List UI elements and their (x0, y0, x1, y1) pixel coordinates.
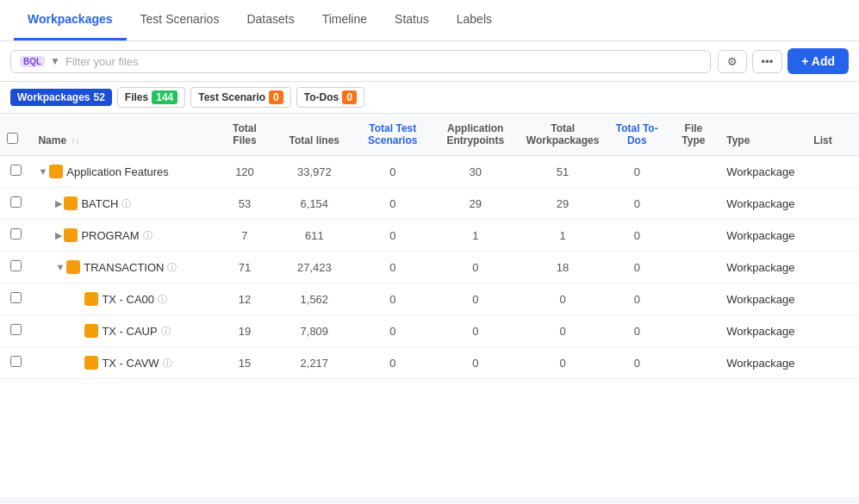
row-file-type (668, 347, 720, 379)
row-checkbox[interactable] (10, 196, 22, 208)
tab-datasets[interactable]: Datasets (233, 0, 308, 40)
add-button[interactable]: + Add (787, 48, 849, 74)
tab-status[interactable]: Status (381, 0, 443, 40)
tab-test-scenarios[interactable]: Test Scenarios (127, 0, 233, 40)
row-type-icon (64, 196, 78, 210)
col-header-checkbox[interactable] (0, 114, 31, 156)
row-total-wp: 29 (519, 188, 607, 220)
row-type-icon (49, 165, 63, 178)
col-header-list[interactable]: List (806, 114, 859, 156)
row-checkbox[interactable] (10, 165, 22, 176)
row-test-scenarios: 0 (353, 156, 432, 188)
tag-files[interactable]: Files 144 (117, 87, 185, 108)
row-name: BATCH (81, 197, 118, 210)
info-icon[interactable]: ⓘ (167, 261, 177, 274)
row-total-todos: 0 (607, 156, 668, 188)
row-app-entrypoints: 29 (432, 188, 519, 220)
tag-test-scenario[interactable]: Test Scenario 0 (190, 87, 291, 108)
row-type-icon (84, 292, 98, 306)
tab-labels[interactable]: Labels (443, 0, 506, 40)
col-header-type[interactable]: Type (719, 114, 806, 156)
col-header-name[interactable]: Name ↑↓ (31, 114, 214, 156)
row-total-lines: 27,423 (275, 252, 353, 283)
filter-input-area[interactable]: BQL ▼ Filter your files (10, 50, 711, 73)
tab-workpackages[interactable]: Workpackages (14, 0, 127, 40)
tag-workpackages[interactable]: Workpackages 52 (10, 89, 112, 106)
row-test-scenarios: 0 (353, 188, 432, 220)
row-total-files: 15 (215, 347, 276, 379)
col-header-total-todos[interactable]: Total To-Dos (607, 114, 668, 156)
row-checkbox[interactable] (10, 324, 22, 335)
row-checkbox[interactable] (10, 228, 22, 240)
col-header-app-entrypoints[interactable]: Application Entrypoints (432, 114, 519, 156)
row-type-icon (84, 356, 98, 370)
row-total-wp: 1 (519, 220, 607, 252)
top-tab-bar: Workpackages Test Scenarios Datasets Tim… (0, 0, 859, 41)
expand-icon[interactable]: ▶ (55, 230, 62, 241)
row-total-todos: 0 (607, 188, 668, 220)
row-type: Workpackage (719, 252, 806, 283)
tab-timeline[interactable]: Timeline (308, 0, 381, 40)
row-total-todos: 0 (607, 220, 668, 252)
table-container: Name ↑↓ Total Files Total lines Total Te… (0, 114, 859, 497)
expand-icon[interactable]: ▶ (55, 198, 62, 209)
row-name: TX - CA00 (102, 293, 154, 306)
row-checkbox-cell (0, 220, 31, 252)
info-icon[interactable]: ⓘ (161, 325, 171, 338)
tag-wp-label: Workpackages (17, 91, 90, 103)
info-icon[interactable]: ⓘ (143, 229, 153, 242)
filter-placeholder-text: Filter your files (65, 55, 139, 68)
row-type: Workpackage (719, 156, 806, 188)
row-total-todos: 0 (607, 252, 668, 283)
row-name-cell: ▶ BATCH ⓘ (31, 188, 214, 220)
tag-ts-label: Test Scenario (198, 91, 265, 103)
row-total-lines: 33,972 (275, 156, 353, 188)
row-list (806, 283, 859, 315)
row-type-icon (64, 228, 78, 242)
row-total-lines: 611 (275, 220, 353, 252)
row-checkbox[interactable] (10, 356, 22, 367)
row-name-cell: TX - CAVW ⓘ (31, 347, 214, 379)
table-row: TX - CAVW ⓘ 15 2,217 0 0 0 0 Workpackage (0, 347, 859, 379)
col-header-total-lines[interactable]: Total lines (275, 114, 353, 156)
row-app-entrypoints: 0 (432, 347, 519, 379)
expand-icon[interactable]: ▼ (38, 166, 47, 177)
tag-todos[interactable]: To-Dos 0 (296, 87, 364, 108)
row-type-icon (66, 260, 80, 274)
col-header-test-scenarios[interactable]: Total Test Scenarios (353, 114, 432, 156)
toolbar-icons: ⚙ ••• + Add (718, 48, 849, 74)
row-total-wp: 0 (519, 283, 607, 315)
row-checkbox-cell (0, 315, 31, 347)
row-file-type (668, 252, 720, 283)
row-app-entrypoints: 0 (432, 252, 519, 283)
settings-icon-button[interactable]: ⚙ (718, 50, 747, 73)
col-header-file-type[interactable]: File Type (668, 114, 720, 156)
tag-files-label: Files (125, 91, 148, 103)
row-checkbox[interactable] (10, 292, 22, 303)
row-total-todos: 0 (607, 347, 668, 379)
expand-icon[interactable]: ▼ (55, 262, 65, 272)
row-type: Workpackage (719, 220, 806, 252)
row-checkbox-cell (0, 252, 31, 283)
row-total-lines: 1,562 (275, 283, 353, 315)
tag-todos-label: To-Dos (304, 91, 339, 103)
row-name-cell: TX - CA00 ⓘ (31, 283, 214, 315)
row-checkbox-cell (0, 347, 31, 379)
more-options-button[interactable]: ••• (752, 50, 783, 73)
table-row: TX - CA00 ⓘ 12 1,562 0 0 0 0 Workpackage (0, 283, 859, 315)
col-header-total-files[interactable]: Total Files (215, 114, 276, 156)
info-icon[interactable]: ⓘ (158, 293, 167, 306)
app-container: Workpackages Test Scenarios Datasets Tim… (0, 0, 859, 497)
row-app-entrypoints: 0 (432, 283, 519, 315)
select-all-checkbox[interactable] (7, 133, 18, 144)
row-checkbox[interactable] (10, 260, 22, 271)
row-total-files: 71 (215, 252, 276, 283)
info-icon[interactable]: ⓘ (121, 197, 131, 210)
info-icon[interactable]: ⓘ (163, 357, 172, 370)
main-table: Name ↑↓ Total Files Total lines Total Te… (0, 114, 859, 379)
row-total-todos: 0 (607, 315, 668, 347)
row-checkbox-cell (0, 188, 31, 220)
bql-badge: BQL (20, 56, 45, 67)
row-name: TX - CAUP (102, 325, 157, 338)
col-header-total-wp[interactable]: Total Workpackages (519, 114, 607, 156)
